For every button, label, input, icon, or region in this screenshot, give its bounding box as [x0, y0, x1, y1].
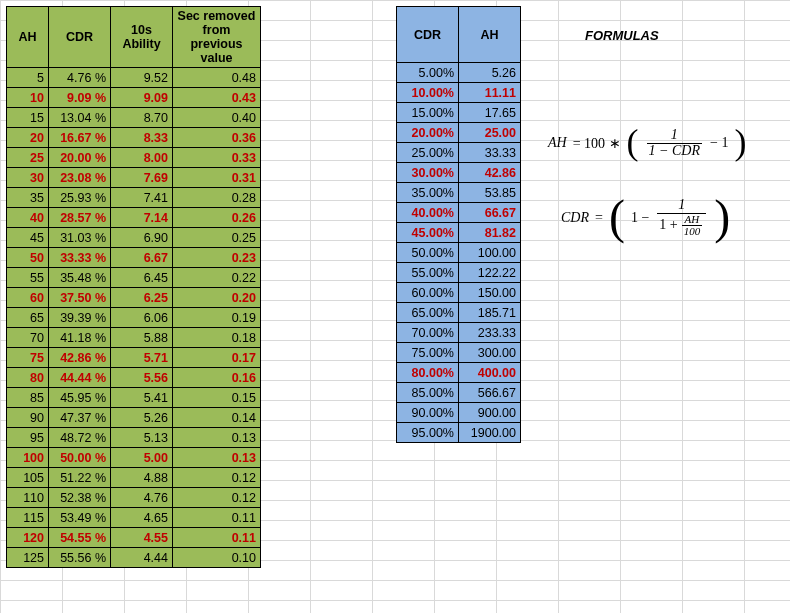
cell[interactable]: 0.11 [173, 528, 261, 548]
cell[interactable]: 48.72 % [49, 428, 111, 448]
cell[interactable]: 35.48 % [49, 268, 111, 288]
cell[interactable]: 15.00% [397, 103, 459, 123]
cell[interactable]: 30 [7, 168, 49, 188]
cell[interactable]: 20.00 % [49, 148, 111, 168]
cell[interactable]: 110 [7, 488, 49, 508]
cell[interactable]: 25.00% [397, 143, 459, 163]
cell[interactable]: 54.55 % [49, 528, 111, 548]
cell[interactable]: 35 [7, 188, 49, 208]
cell[interactable]: 40.00% [397, 203, 459, 223]
cell[interactable]: 5.26 [459, 63, 521, 83]
cell[interactable]: 0.20 [173, 288, 261, 308]
cell[interactable]: 0.33 [173, 148, 261, 168]
cell[interactable]: 0.18 [173, 328, 261, 348]
cell[interactable]: 53.85 [459, 183, 521, 203]
cell[interactable]: 900.00 [459, 403, 521, 423]
cell[interactable]: 52.38 % [49, 488, 111, 508]
cell[interactable]: 9.09 % [49, 88, 111, 108]
cell[interactable]: 150.00 [459, 283, 521, 303]
cell[interactable]: 20.00% [397, 123, 459, 143]
cell[interactable]: 185.71 [459, 303, 521, 323]
cell[interactable]: 0.13 [173, 448, 261, 468]
cell[interactable]: 0.28 [173, 188, 261, 208]
cell[interactable]: 81.82 [459, 223, 521, 243]
cell[interactable]: 45.95 % [49, 388, 111, 408]
cell[interactable]: 85.00% [397, 383, 459, 403]
cell[interactable]: 44.44 % [49, 368, 111, 388]
cell[interactable]: 566.67 [459, 383, 521, 403]
cell[interactable]: 6.06 [111, 308, 173, 328]
cell[interactable]: 0.14 [173, 408, 261, 428]
cell[interactable]: 25 [7, 148, 49, 168]
cell[interactable]: 42.86 % [49, 348, 111, 368]
cell[interactable]: 51.22 % [49, 468, 111, 488]
cell[interactable]: 23.08 % [49, 168, 111, 188]
cell[interactable]: 0.26 [173, 208, 261, 228]
cell[interactable]: 55 [7, 268, 49, 288]
cell[interactable]: 9.09 [111, 88, 173, 108]
cell[interactable]: 4.55 [111, 528, 173, 548]
cell[interactable]: 6.67 [111, 248, 173, 268]
cell[interactable]: 75.00% [397, 343, 459, 363]
cell[interactable]: 60.00% [397, 283, 459, 303]
cell[interactable]: 70.00% [397, 323, 459, 343]
cell[interactable]: 0.31 [173, 168, 261, 188]
cell[interactable]: 5.26 [111, 408, 173, 428]
cell[interactable]: 95 [7, 428, 49, 448]
cell[interactable]: 0.43 [173, 88, 261, 108]
cell[interactable]: 7.69 [111, 168, 173, 188]
cell[interactable]: 0.19 [173, 308, 261, 328]
cell[interactable]: 95.00% [397, 423, 459, 443]
cell[interactable]: 0.12 [173, 468, 261, 488]
cell[interactable]: 20 [7, 128, 49, 148]
cell[interactable]: 5.13 [111, 428, 173, 448]
cell[interactable]: 39.39 % [49, 308, 111, 328]
cell[interactable]: 122.22 [459, 263, 521, 283]
cell[interactable]: 66.67 [459, 203, 521, 223]
cell[interactable]: 42.86 [459, 163, 521, 183]
cell[interactable]: 0.48 [173, 68, 261, 88]
cell[interactable]: 120 [7, 528, 49, 548]
cell[interactable]: 6.90 [111, 228, 173, 248]
cell[interactable]: 10 [7, 88, 49, 108]
cell[interactable]: 70 [7, 328, 49, 348]
cell[interactable]: 0.40 [173, 108, 261, 128]
cell[interactable]: 13.04 % [49, 108, 111, 128]
cell[interactable]: 37.50 % [49, 288, 111, 308]
cell[interactable]: 233.33 [459, 323, 521, 343]
cell[interactable]: 41.18 % [49, 328, 111, 348]
cell[interactable]: 90.00% [397, 403, 459, 423]
cell[interactable]: 5.71 [111, 348, 173, 368]
cell[interactable]: 4.76 % [49, 68, 111, 88]
cell[interactable]: 17.65 [459, 103, 521, 123]
cell[interactable]: 8.70 [111, 108, 173, 128]
cell[interactable]: 65 [7, 308, 49, 328]
green-header-10s[interactable]: 10s Ability [111, 7, 173, 68]
cell[interactable]: 0.11 [173, 508, 261, 528]
cell[interactable]: 4.88 [111, 468, 173, 488]
cell[interactable]: 1900.00 [459, 423, 521, 443]
cell[interactable]: 11.11 [459, 83, 521, 103]
cell[interactable]: 65.00% [397, 303, 459, 323]
cell[interactable]: 5.56 [111, 368, 173, 388]
cell[interactable]: 0.25 [173, 228, 261, 248]
cell[interactable]: 25.00 [459, 123, 521, 143]
cell[interactable]: 7.14 [111, 208, 173, 228]
cell[interactable]: 45.00% [397, 223, 459, 243]
blue-header-cdr[interactable]: CDR [397, 7, 459, 63]
cell[interactable]: 5.00% [397, 63, 459, 83]
cell[interactable]: 0.22 [173, 268, 261, 288]
cell[interactable]: 8.00 [111, 148, 173, 168]
cell[interactable]: 0.12 [173, 488, 261, 508]
cell[interactable]: 0.10 [173, 548, 261, 568]
cell[interactable]: 400.00 [459, 363, 521, 383]
cell[interactable]: 0.15 [173, 388, 261, 408]
cell[interactable]: 0.36 [173, 128, 261, 148]
cell[interactable]: 55.00% [397, 263, 459, 283]
cell[interactable]: 53.49 % [49, 508, 111, 528]
cell[interactable]: 30.00% [397, 163, 459, 183]
cell[interactable]: 10.00% [397, 83, 459, 103]
cell[interactable]: 125 [7, 548, 49, 568]
cell[interactable]: 90 [7, 408, 49, 428]
cell[interactable]: 50.00 % [49, 448, 111, 468]
